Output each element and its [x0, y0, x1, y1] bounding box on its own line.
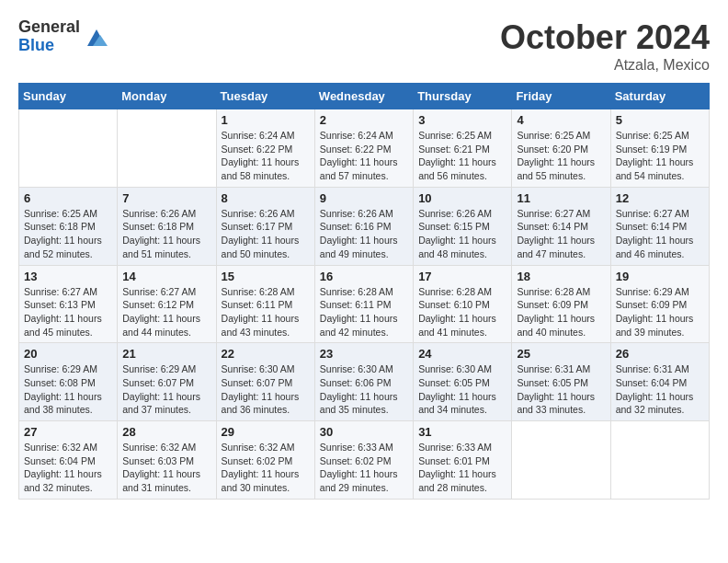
day-info: Sunrise: 6:27 AM Sunset: 6:13 PM Dayligh…: [24, 285, 112, 339]
calendar-cell: 1Sunrise: 6:24 AM Sunset: 6:22 PM Daylig…: [216, 109, 314, 188]
calendar-cell: 19Sunrise: 6:29 AM Sunset: 6:09 PM Dayli…: [610, 265, 709, 343]
day-info: Sunrise: 6:31 AM Sunset: 6:05 PM Dayligh…: [517, 362, 605, 417]
calendar-cell: 11Sunrise: 6:27 AM Sunset: 6:14 PM Dayli…: [512, 187, 610, 265]
day-number: 3: [418, 113, 506, 127]
calendar-cell: 28Sunrise: 6:32 AM Sunset: 6:03 PM Dayli…: [118, 421, 216, 500]
day-number: 8: [222, 191, 310, 205]
calendar-week: 13Sunrise: 6:27 AM Sunset: 6:13 PM Dayli…: [19, 265, 710, 343]
calendar-header: SundayMondayTuesdayWednesdayThursdayFrid…: [19, 84, 710, 109]
day-info: Sunrise: 6:32 AM Sunset: 6:04 PM Dayligh…: [24, 441, 112, 495]
day-number: 23: [320, 347, 408, 361]
calendar-cell: 3Sunrise: 6:25 AM Sunset: 6:21 PM Daylig…: [414, 109, 512, 188]
day-info: Sunrise: 6:26 AM Sunset: 6:17 PM Dayligh…: [222, 207, 310, 261]
day-info: Sunrise: 6:28 AM Sunset: 6:11 PM Dayligh…: [222, 285, 310, 339]
weekday-header: Saturday: [610, 84, 709, 109]
day-info: Sunrise: 6:24 AM Sunset: 6:22 PM Dayligh…: [320, 129, 408, 183]
day-info: Sunrise: 6:29 AM Sunset: 6:07 PM Dayligh…: [122, 362, 210, 417]
calendar-cell: 2Sunrise: 6:24 AM Sunset: 6:22 PM Daylig…: [314, 109, 413, 188]
calendar-cell: 9Sunrise: 6:26 AM Sunset: 6:16 PM Daylig…: [314, 187, 413, 265]
calendar-cell: [610, 421, 709, 500]
day-number: 28: [122, 425, 210, 439]
day-number: 21: [122, 347, 210, 361]
day-number: 5: [616, 113, 704, 127]
day-info: Sunrise: 6:25 AM Sunset: 6:19 PM Dayligh…: [616, 129, 704, 183]
calendar-body: 1Sunrise: 6:24 AM Sunset: 6:22 PM Daylig…: [19, 109, 710, 500]
month-title: October 2024: [500, 18, 710, 57]
day-number: 31: [418, 425, 506, 439]
day-info: Sunrise: 6:27 AM Sunset: 6:12 PM Dayligh…: [122, 285, 210, 339]
calendar-cell: 25Sunrise: 6:31 AM Sunset: 6:05 PM Dayli…: [512, 343, 610, 421]
weekday-header: Wednesday: [314, 84, 413, 109]
day-number: 6: [24, 191, 112, 205]
day-number: 4: [517, 113, 605, 127]
weekday-header: Sunday: [19, 84, 118, 109]
calendar-week: 1Sunrise: 6:24 AM Sunset: 6:22 PM Daylig…: [19, 109, 710, 188]
day-number: 19: [616, 270, 704, 283]
calendar-cell: 30Sunrise: 6:33 AM Sunset: 6:02 PM Dayli…: [314, 421, 413, 500]
day-number: 11: [517, 191, 605, 205]
day-info: Sunrise: 6:28 AM Sunset: 6:10 PM Dayligh…: [418, 285, 506, 339]
day-info: Sunrise: 6:25 AM Sunset: 6:20 PM Dayligh…: [517, 129, 605, 183]
weekday-header: Monday: [118, 84, 216, 109]
day-number: 30: [320, 425, 408, 439]
calendar-cell: 20Sunrise: 6:29 AM Sunset: 6:08 PM Dayli…: [19, 343, 118, 421]
calendar-cell: 22Sunrise: 6:30 AM Sunset: 6:07 PM Dayli…: [216, 343, 314, 421]
day-number: 25: [517, 347, 605, 361]
day-number: 14: [122, 270, 210, 283]
page-header: General Blue October 2024 Atzala, Mexico: [18, 18, 710, 74]
day-info: Sunrise: 6:26 AM Sunset: 6:15 PM Dayligh…: [418, 207, 506, 261]
calendar-cell: 24Sunrise: 6:30 AM Sunset: 6:05 PM Dayli…: [414, 343, 512, 421]
day-number: 27: [24, 425, 112, 439]
day-info: Sunrise: 6:27 AM Sunset: 6:14 PM Dayligh…: [517, 207, 605, 261]
calendar-cell: 29Sunrise: 6:32 AM Sunset: 6:02 PM Dayli…: [216, 421, 314, 500]
calendar-cell: 4Sunrise: 6:25 AM Sunset: 6:20 PM Daylig…: [512, 109, 610, 188]
day-number: 13: [24, 270, 112, 283]
day-info: Sunrise: 6:30 AM Sunset: 6:07 PM Dayligh…: [222, 362, 310, 417]
calendar-cell: 7Sunrise: 6:26 AM Sunset: 6:18 PM Daylig…: [118, 187, 216, 265]
day-number: 20: [24, 347, 112, 361]
day-number: 29: [222, 425, 310, 439]
day-info: Sunrise: 6:25 AM Sunset: 6:18 PM Dayligh…: [24, 207, 112, 261]
day-info: Sunrise: 6:29 AM Sunset: 6:08 PM Dayligh…: [24, 362, 112, 417]
day-info: Sunrise: 6:32 AM Sunset: 6:02 PM Dayligh…: [222, 441, 310, 495]
calendar-cell: 16Sunrise: 6:28 AM Sunset: 6:11 PM Dayli…: [314, 265, 413, 343]
day-number: 17: [418, 270, 506, 283]
calendar-cell: 12Sunrise: 6:27 AM Sunset: 6:14 PM Dayli…: [610, 187, 709, 265]
subtitle: Atzala, Mexico: [500, 57, 710, 74]
day-info: Sunrise: 6:28 AM Sunset: 6:09 PM Dayligh…: [517, 285, 605, 339]
title-area: October 2024 Atzala, Mexico: [500, 18, 710, 74]
day-info: Sunrise: 6:33 AM Sunset: 6:01 PM Dayligh…: [418, 441, 506, 495]
weekday-header: Thursday: [414, 84, 512, 109]
calendar-cell: 31Sunrise: 6:33 AM Sunset: 6:01 PM Dayli…: [414, 421, 512, 500]
day-number: 24: [418, 347, 506, 361]
calendar-cell: 18Sunrise: 6:28 AM Sunset: 6:09 PM Dayli…: [512, 265, 610, 343]
day-number: 10: [418, 191, 506, 205]
calendar-cell: 15Sunrise: 6:28 AM Sunset: 6:11 PM Dayli…: [216, 265, 314, 343]
day-info: Sunrise: 6:29 AM Sunset: 6:09 PM Dayligh…: [616, 285, 704, 339]
day-info: Sunrise: 6:30 AM Sunset: 6:05 PM Dayligh…: [418, 362, 506, 417]
calendar-cell: 8Sunrise: 6:26 AM Sunset: 6:17 PM Daylig…: [216, 187, 314, 265]
day-number: 7: [122, 191, 210, 205]
weekday-header: Tuesday: [216, 84, 314, 109]
day-number: 18: [517, 270, 605, 283]
calendar-cell: 13Sunrise: 6:27 AM Sunset: 6:13 PM Dayli…: [19, 265, 118, 343]
calendar-cell: 23Sunrise: 6:30 AM Sunset: 6:06 PM Dayli…: [314, 343, 413, 421]
day-info: Sunrise: 6:27 AM Sunset: 6:14 PM Dayligh…: [616, 207, 704, 261]
calendar-cell: 6Sunrise: 6:25 AM Sunset: 6:18 PM Daylig…: [19, 187, 118, 265]
calendar-cell: 21Sunrise: 6:29 AM Sunset: 6:07 PM Dayli…: [118, 343, 216, 421]
calendar-cell: 10Sunrise: 6:26 AM Sunset: 6:15 PM Dayli…: [414, 187, 512, 265]
calendar-cell: 17Sunrise: 6:28 AM Sunset: 6:10 PM Dayli…: [414, 265, 512, 343]
day-info: Sunrise: 6:32 AM Sunset: 6:03 PM Dayligh…: [122, 441, 210, 495]
day-number: 22: [222, 347, 310, 361]
logo: General Blue: [18, 18, 109, 55]
day-number: 9: [320, 191, 408, 205]
day-info: Sunrise: 6:28 AM Sunset: 6:11 PM Dayligh…: [320, 285, 408, 339]
day-info: Sunrise: 6:33 AM Sunset: 6:02 PM Dayligh…: [320, 441, 408, 495]
day-number: 26: [616, 347, 704, 361]
calendar-cell: 27Sunrise: 6:32 AM Sunset: 6:04 PM Dayli…: [19, 421, 118, 500]
calendar-cell: [19, 109, 118, 188]
calendar-cell: 26Sunrise: 6:31 AM Sunset: 6:04 PM Dayli…: [610, 343, 709, 421]
calendar-week: 27Sunrise: 6:32 AM Sunset: 6:04 PM Dayli…: [19, 421, 710, 500]
day-info: Sunrise: 6:25 AM Sunset: 6:21 PM Dayligh…: [418, 129, 506, 183]
logo-general: General: [18, 18, 80, 37]
